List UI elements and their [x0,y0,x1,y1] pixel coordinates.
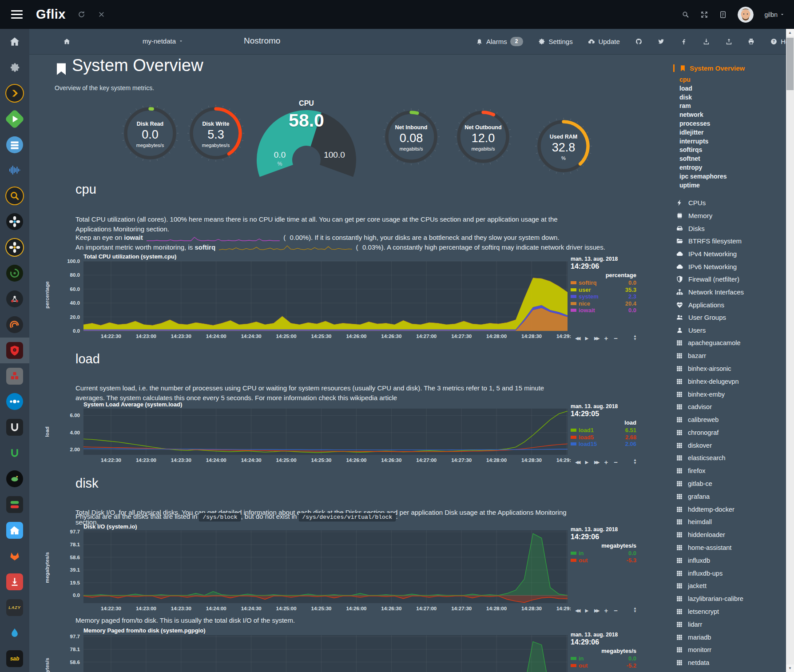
search-icon[interactable] [682,11,690,19]
legend-row-load5[interactable]: load52.68 [571,434,636,441]
sidebar-app-airsonic[interactable] [0,157,29,183]
chart-pan-forward-button[interactable]: ▶▶ [594,608,598,613]
sidebar-anchor-uptime[interactable]: uptime [671,181,786,190]
legend-row-out[interactable]: out-5.3 [571,557,636,564]
sidebar-app-jackett[interactable] [0,183,29,209]
chart-zoom-in-button[interactable]: + [604,608,608,613]
sidebar-app-section-lazylibrarian-calibre[interactable]: lazylibrarian-calibre [671,592,786,605]
chart-resize-handle[interactable]: ▲▼ [633,334,637,341]
legend-row-out[interactable]: out-5.2 [571,662,636,669]
sidebar-app-section-letsencrypt[interactable]: letsencrypt [671,605,786,618]
legend-row-softirq[interactable]: softirq0.0 [571,279,636,286]
avatar[interactable] [738,7,754,23]
chart-pan-backward-button[interactable]: ◀◀ [575,608,579,613]
sidebar-app-section-diskover[interactable]: diskover [671,439,786,452]
sidebar-app-app-island[interactable] [0,466,29,492]
chart-play-button[interactable]: ▶ [585,608,588,613]
update-button[interactable]: Update [588,38,619,45]
sidebar-app-home[interactable] [0,29,29,55]
sidebar-app-netdata[interactable] [0,338,29,363]
sidebar-app-app-library[interactable] [0,132,29,158]
page-scrollbar[interactable]: ▲ ▼ [786,29,794,672]
menu-icon[interactable] [11,10,23,19]
sidebar-app-section-mariadb[interactable]: mariadb [671,631,786,644]
sidebar-anchor-processes[interactable]: processes [671,119,786,128]
chart-plot-area[interactable]: 14:22:3014:23:0014:23:3014:24:0014:24:30… [60,633,571,672]
sidebar-anchor-interrupts[interactable]: interrupts [671,137,786,146]
home-icon[interactable] [63,38,71,45]
chart-play-button[interactable]: ▶ [585,336,588,341]
sidebar-anchor-ram[interactable]: ram [671,102,786,111]
sidebar-app-app-pinwheel-yellow[interactable] [0,235,29,260]
sidebar-anchor-idlejitter[interactable]: idlejitter [671,128,786,137]
legend-row-load15[interactable]: load152.06 [571,441,636,448]
sidebar-anchor-cpu[interactable]: cpu [671,76,786,84]
chart-disk[interactable]: 14:22:3014:23:0014:23:3014:24:0014:24:30… [60,529,638,620]
sidebar-anchor-softirqs[interactable]: softirqs [671,146,786,155]
sidebar-app-sabnzbd[interactable]: sab [0,646,29,672]
chart-plot-area[interactable]: 14:22:3014:23:0014:23:3014:24:0014:24:30… [60,259,571,342]
sidebar-app-section-calibreweb[interactable]: calibreweb [671,414,786,426]
sidebar-app-section-influxdb[interactable]: influxdb [671,554,786,567]
gauge-net-inbound[interactable]: Net Inbound 0.08 megabits/s [382,108,440,166]
sidebar-section-disks[interactable]: Disks [671,222,786,235]
legend-row-nice[interactable]: nice20.4 [571,300,636,307]
sidebar-app-ubooquity[interactable] [0,440,29,466]
scrollbar-thumb[interactable] [786,38,794,90]
sidebar-app-grafana[interactable] [0,312,29,338]
changelog-icon[interactable] [719,11,727,19]
sidebar-app-section-binhex-airsonic[interactable]: binhex-airsonic [671,362,786,375]
sidebar-app-app-molecule[interactable] [0,286,29,312]
settings-button[interactable]: Settings [538,38,572,45]
chart-play-button[interactable]: ▶ [585,460,588,465]
chart-resize-handle[interactable]: ▲▼ [633,607,637,613]
sidebar-app-settings[interactable] [0,55,29,80]
sidebar-section-user-groups[interactable]: User Groups [671,311,786,324]
sidebar-app-section-jackett[interactable]: jackett [671,580,786,592]
chart-pan-backward-button[interactable]: ◀◀ [575,336,579,341]
sidebar-anchor-load[interactable]: load [671,84,786,93]
sidebar-anchor-network[interactable]: network [671,111,786,119]
chart-load[interactable]: 14:22:3014:23:0014:23:3014:24:0014:24:30… [60,407,638,469]
sidebar-app-gitlab[interactable] [0,543,29,569]
chart-pgpgio[interactable]: 14:22:3014:23:0014:23:3014:24:0014:24:30… [60,633,638,672]
chart-zoom-out-button[interactable]: − [614,336,618,341]
sidebar-app-lazylibrarian[interactable]: LAZY [0,595,29,620]
chart-zoom-in-button[interactable]: + [604,460,608,465]
gauge-used-ram[interactable]: Used RAM 32.8 % [535,117,592,175]
scroll-up-button[interactable]: ▲ [786,29,794,36]
chart-zoom-out-button[interactable]: − [614,460,618,465]
gauge-net-outbound[interactable]: Net Outbound 12.0 megabits/s [454,108,512,166]
close-icon[interactable] [97,10,106,19]
sidebar-app-app-download[interactable] [0,569,29,595]
chart-zoom-in-button[interactable]: + [604,336,608,341]
chart-pan-forward-button[interactable]: ▶▶ [594,460,598,465]
sidebar-app-section-binhex-emby[interactable]: binhex-emby [671,388,786,401]
sidebar-app-app-cubes[interactable] [0,363,29,389]
sidebar-anchor-entropy[interactable]: entropy [671,163,786,172]
chart-pan-backward-button[interactable]: ◀◀ [575,460,579,465]
chart-pan-forward-button[interactable]: ▶▶ [594,336,598,341]
sidebar-section-cpus[interactable]: CPUs [671,196,786,209]
sidebar-app-section-firefox[interactable]: firefox [671,465,786,477]
sidebar-app-emby[interactable] [0,106,29,132]
sidebar-section-memory[interactable]: Memory [671,209,786,222]
sidebar-anchor-disk[interactable]: disk [671,93,786,102]
print-icon[interactable] [747,38,755,45]
scroll-down-button[interactable]: ▼ [786,664,794,672]
sidebar-app-organizr[interactable] [0,620,29,646]
sidebar-app-app-pinwheel-blue[interactable] [0,209,29,235]
sidebar-app-tautulli[interactable] [0,80,29,106]
sidebar-app-section-cadvisor[interactable]: cadvisor [671,401,786,414]
import-icon[interactable] [703,38,710,45]
twitter-icon[interactable] [657,38,665,45]
sidebar-app-app-green-swirl[interactable] [0,260,29,286]
legend-row-in[interactable]: in0.0 [571,655,636,662]
refresh-icon[interactable] [77,10,86,19]
sidebar-app-section-bazarr[interactable]: bazarr [671,350,786,362]
sidebar-app-home-assistant[interactable] [0,517,29,543]
legend-row-system[interactable]: system2.3 [571,293,636,300]
sidebar-section-applications[interactable]: Applications [671,298,786,311]
sidebar-section-network-interfaces[interactable]: Network Interfaces [671,286,786,298]
fullscreen-icon[interactable] [700,11,708,19]
